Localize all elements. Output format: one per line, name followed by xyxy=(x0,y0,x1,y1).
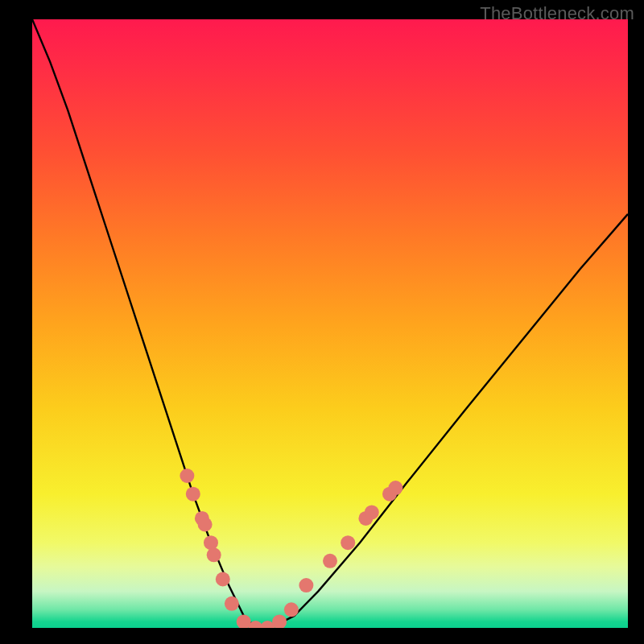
marker-dot xyxy=(284,602,299,617)
marker-dot xyxy=(216,572,230,587)
bottleneck-curve-path xyxy=(32,19,628,628)
chart-canvas: TheBottleneck.com xyxy=(0,0,644,644)
marker-dot xyxy=(299,578,313,592)
marker-dot xyxy=(323,554,337,568)
marker-dot xyxy=(198,518,213,532)
marker-dot xyxy=(204,535,218,550)
marker-dot xyxy=(272,614,287,628)
marker-dot xyxy=(180,469,194,483)
chart-overlay xyxy=(32,19,628,628)
marker-dot xyxy=(225,597,239,611)
marker-group xyxy=(180,469,402,628)
plot-area xyxy=(32,19,628,628)
marker-dot xyxy=(341,535,355,550)
marker-dot xyxy=(365,505,379,519)
marker-dot xyxy=(388,481,402,495)
marker-dot xyxy=(207,547,221,562)
marker-dot xyxy=(186,487,200,502)
